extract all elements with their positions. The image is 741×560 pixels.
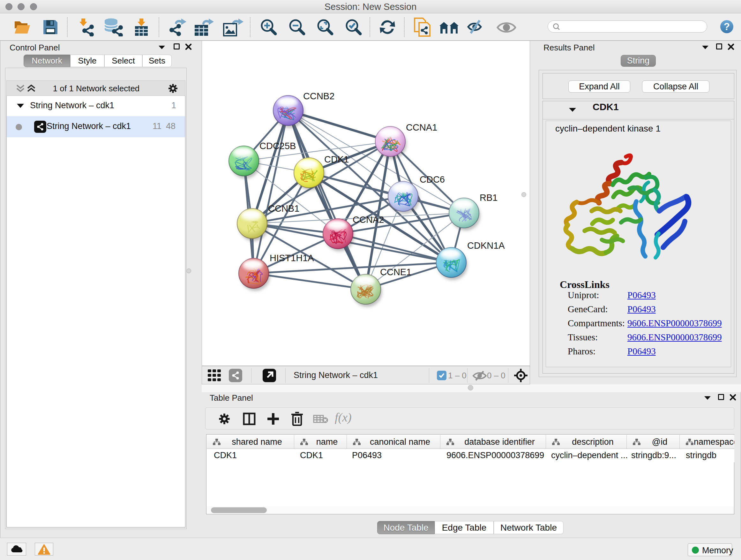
svg-text:CCNB2: CCNB2 — [303, 91, 334, 101]
svg-text:CDK1: CDK1 — [324, 154, 349, 165]
svg-text:CCNA1: CCNA1 — [406, 122, 437, 132]
svg-text:CDC25B: CDC25B — [259, 141, 296, 151]
svg-text:RB1: RB1 — [480, 192, 497, 203]
svg-text:CCNA2: CCNA2 — [353, 214, 384, 225]
svg-text:CCNB1: CCNB1 — [268, 203, 299, 213]
svg-text:CDC6: CDC6 — [420, 174, 445, 185]
svg-text:CCNE1: CCNE1 — [380, 267, 411, 277]
svg-text:CDKN1A: CDKN1A — [467, 240, 505, 251]
svg-text:HIST1H1A: HIST1H1A — [270, 253, 314, 263]
